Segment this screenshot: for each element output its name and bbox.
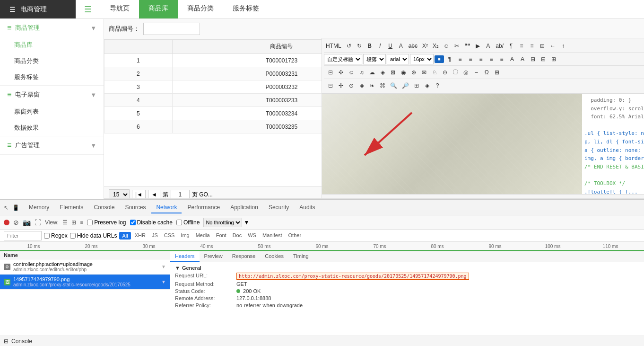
hide-data-urls-input[interactable] [70, 233, 76, 239]
regex-checkbox[interactable]: Regex [44, 232, 68, 239]
tool-icon-7[interactable]: ⊠ [388, 67, 398, 78]
strikethrough-btn[interactable]: abc [407, 41, 419, 51]
prev-page-btn[interactable]: ◄ [148, 190, 160, 199]
font-dec-btn[interactable]: A [518, 54, 527, 64]
tool-icon-5[interactable]: ☁ [367, 67, 377, 78]
format-select[interactable]: 段落 [363, 54, 386, 64]
tool-icon-16[interactable]: Ω [482, 67, 491, 78]
throttle-dropdown-icon[interactable]: ▼ [244, 219, 249, 226]
camera-icon[interactable]: 📷 [23, 219, 31, 226]
help-btn[interactable]: ? [433, 80, 442, 91]
tool-icon-4[interactable]: ♫ [357, 67, 366, 78]
request-item-1[interactable]: 🖼 1495717424979790.png admin.zlxoc.com/p… [0, 275, 170, 290]
sidebar-sub-item-goods-category[interactable]: 商品分类 [0, 53, 104, 69]
filter-img[interactable]: Img [178, 232, 191, 240]
sidebar-sub-item-ticket-list[interactable]: 票窗列表 [0, 104, 104, 120]
indent-btn[interactable]: ≡ [497, 54, 506, 64]
tab-security[interactable]: Security [264, 202, 294, 213]
first-page-btn[interactable]: |◄ [132, 190, 146, 199]
hamburger-icon[interactable]: ☰ [9, 6, 16, 13]
nav-tab-2[interactable]: 商品分类 [178, 0, 223, 18]
sidebar-item-ticket-window[interactable]: ≡ 电子票窗 ▼ [0, 86, 104, 104]
export-btn[interactable]: ◈ [422, 80, 432, 91]
tab-memory[interactable]: Memory [24, 202, 54, 213]
tab-network[interactable]: Network [151, 202, 182, 213]
search2-btn[interactable]: ⊞ [412, 80, 421, 91]
tab-performance[interactable]: Performance [183, 202, 225, 213]
hide-data-urls-checkbox[interactable]: Hide data URLs [70, 232, 117, 239]
nav-tab-3[interactable]: 服务标签 [223, 0, 269, 18]
font-color-btn[interactable]: A [396, 41, 406, 51]
undo-btn[interactable]: ↺ [344, 41, 354, 51]
tab-audits[interactable]: Audits [295, 202, 320, 213]
para-btn[interactable]: ¶ [506, 41, 516, 51]
filter-all[interactable]: All [119, 232, 131, 240]
tool2-icon-6[interactable]: ⌘ [378, 80, 387, 91]
tool-icon-11[interactable]: ♘ [430, 67, 439, 78]
offline-input[interactable] [176, 220, 182, 225]
device-icon[interactable]: 📱 [12, 204, 19, 212]
preserve-log-checkbox[interactable]: Preserve log [87, 219, 126, 226]
unlink-btn[interactable]: ⊟ [539, 54, 548, 64]
filter-input[interactable] [4, 231, 42, 240]
tool-icon-1[interactable]: ⊟ [326, 67, 335, 78]
group-view-btn[interactable]: ≡ [80, 219, 83, 226]
tab-sources[interactable]: Sources [120, 202, 150, 213]
filter-manifest[interactable]: Manifest [260, 232, 285, 240]
bold-btn[interactable]: B [365, 41, 374, 51]
throttle-select[interactable]: No throttling [203, 218, 242, 227]
tool-icon-15[interactable]: – [471, 67, 481, 78]
tool-icon-3[interactable]: ☺ [347, 67, 356, 78]
zoom-in-btn[interactable]: 🔍 [388, 80, 399, 91]
italic-btn[interactable]: I [375, 41, 385, 51]
filter-ws[interactable]: WS [245, 232, 259, 240]
nav-tab-0[interactable]: 导航页 [100, 0, 139, 18]
grid-view-btn[interactable]: ⊞ [71, 219, 76, 226]
offline-checkbox[interactable]: Offline [176, 219, 200, 226]
tool-icon-14[interactable]: ◎ [461, 67, 470, 78]
redo-btn[interactable]: ↻ [355, 41, 364, 51]
list1-btn[interactable]: ≡ [517, 41, 526, 51]
table-btn[interactable]: ⊟ [538, 41, 547, 51]
filter-media[interactable]: Media [193, 232, 212, 240]
tool-icon-10[interactable]: ✉ [419, 67, 429, 78]
filter-font[interactable]: Font [214, 232, 229, 240]
console-label[interactable]: Console [11, 338, 32, 345]
details-tab-headers[interactable]: Headers [170, 251, 200, 262]
list2-btn[interactable]: ≡ [527, 41, 537, 51]
video-btn[interactable]: ▶ [473, 41, 482, 51]
clear-button[interactable]: ⊘ [13, 219, 19, 226]
collapse-icon[interactable]: ▼ [175, 265, 180, 271]
details-tab-preview[interactable]: Preview [200, 251, 227, 262]
tool-icon-2[interactable]: ✣ [336, 67, 346, 78]
link-btn[interactable]: ⊟ [528, 54, 538, 64]
filter-js[interactable]: JS [149, 232, 160, 240]
tool-icon-8[interactable]: ◉ [399, 67, 408, 78]
nav-tab-1[interactable]: 商品库 [139, 0, 178, 18]
details-tab-response[interactable]: Response [227, 251, 261, 262]
tool-icon-6[interactable]: ◈ [378, 67, 387, 78]
tool-icon-17[interactable]: ⊞ [492, 67, 502, 78]
preserve-log-input[interactable] [87, 220, 93, 225]
details-tab-cookies[interactable]: Cookies [260, 251, 288, 262]
html-btn[interactable]: HTML [324, 41, 343, 51]
highlight-btn[interactable]: ab/ [494, 41, 505, 51]
filter-xhr[interactable]: XHR [132, 232, 148, 240]
page-input[interactable] [171, 190, 190, 199]
color-picker-btn[interactable]: ■ [435, 55, 444, 63]
pointer-icon[interactable]: ↖ [2, 204, 10, 212]
sidebar-sub-item-goods-library[interactable]: 商品库 [0, 37, 104, 53]
tool2-icon-3[interactable]: ⊙ [347, 80, 356, 91]
arrow-left-btn[interactable]: ← [548, 41, 557, 51]
tab-elements[interactable]: Elements [55, 202, 88, 213]
tool2-icon-5[interactable]: ❧ [367, 80, 377, 91]
details-tab-timing[interactable]: Timing [288, 251, 313, 262]
superscript-btn[interactable]: X² [420, 41, 430, 51]
tool2-icon-2[interactable]: ✣ [336, 80, 346, 91]
sidebar-item-goods-management[interactable]: ≡ 商品管理 ▼ [0, 19, 104, 37]
zoom-out-btn[interactable]: 🔎 [400, 80, 411, 91]
para2-btn[interactable]: ¶ [445, 54, 454, 64]
tool-icon-12[interactable]: ⊙ [440, 67, 450, 78]
subscript-btn[interactable]: X₂ [431, 41, 441, 51]
tool-icon-13[interactable]: 〇 [451, 67, 460, 78]
